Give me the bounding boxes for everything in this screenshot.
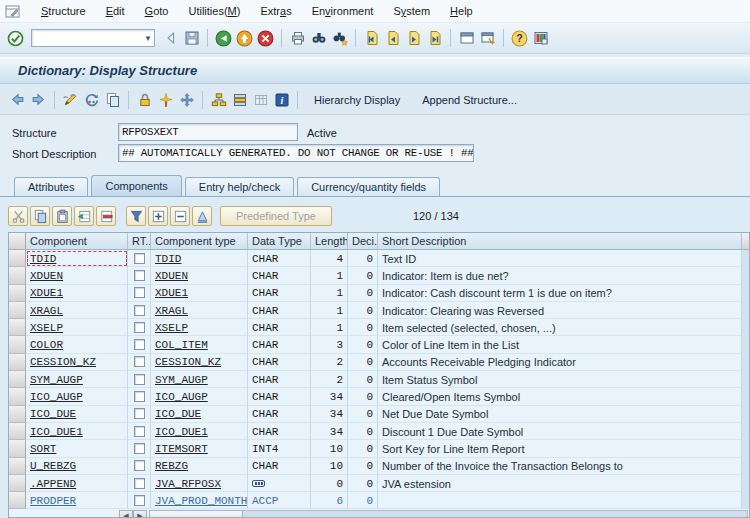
component-type-cell[interactable]: CESSION_KZ bbox=[151, 354, 248, 371]
row-selector[interactable] bbox=[9, 475, 26, 492]
row-type-checkbox[interactable] bbox=[134, 426, 145, 437]
append-structure-button[interactable]: Append Structure... bbox=[412, 91, 527, 109]
component-type-cell[interactable]: XDUEN bbox=[151, 267, 248, 284]
component-link[interactable]: ICO_DUE bbox=[30, 408, 76, 420]
row-type-cell[interactable] bbox=[128, 250, 151, 267]
row-type-cell[interactable] bbox=[128, 336, 151, 353]
back-arrow-icon[interactable] bbox=[8, 90, 27, 109]
row-type-cell[interactable] bbox=[128, 423, 151, 440]
component-cell[interactable]: XDUE1 bbox=[26, 285, 128, 302]
row-selector[interactable] bbox=[9, 440, 26, 457]
component-type-cell[interactable]: COL_ITEM bbox=[151, 336, 248, 353]
row-type-checkbox[interactable] bbox=[134, 287, 145, 298]
last-page-icon[interactable] bbox=[425, 29, 444, 48]
row-selector[interactable] bbox=[9, 492, 26, 509]
vertical-scrollbar-sliver[interactable] bbox=[742, 267, 750, 284]
component-cell[interactable]: SORT bbox=[26, 440, 128, 457]
component-link[interactable]: PRODPER bbox=[30, 495, 76, 507]
scrollbar-thumb[interactable] bbox=[149, 510, 243, 518]
expand-icon[interactable] bbox=[148, 206, 168, 226]
menu-extras[interactable]: Extras bbox=[250, 1, 301, 21]
component-link[interactable]: XDUE1 bbox=[30, 287, 63, 299]
component-type-link[interactable]: TDID bbox=[155, 253, 181, 265]
refresh-icon[interactable] bbox=[82, 90, 101, 109]
row-type-checkbox[interactable] bbox=[134, 374, 145, 385]
forward-arrow-icon[interactable] bbox=[29, 90, 48, 109]
vertical-scrollbar-sliver[interactable] bbox=[742, 302, 750, 319]
row-type-cell[interactable] bbox=[128, 285, 151, 302]
row-selector[interactable] bbox=[9, 336, 26, 353]
component-type-cell[interactable]: SYM_AUGP bbox=[151, 371, 248, 388]
component-type-cell[interactable]: JVA_RFPOSX bbox=[151, 475, 248, 492]
enter-icon[interactable] bbox=[6, 29, 25, 48]
scroll-up-icon[interactable] bbox=[742, 233, 750, 250]
menu-goto[interactable]: Goto bbox=[135, 1, 179, 21]
row-selector[interactable] bbox=[9, 250, 26, 267]
tab-attributes[interactable]: Attributes bbox=[14, 177, 88, 196]
print-icon[interactable] bbox=[288, 29, 307, 48]
row-type-checkbox[interactable] bbox=[134, 322, 145, 333]
component-cell[interactable]: U_REBZG bbox=[26, 458, 128, 475]
menu-utilities[interactable]: Utilities(M) bbox=[178, 1, 250, 21]
component-type-link[interactable]: SYM_AUGP bbox=[155, 374, 208, 386]
component-cell[interactable]: XRAGL bbox=[26, 302, 128, 319]
previous-page-icon[interactable] bbox=[383, 29, 402, 48]
row-type-checkbox[interactable] bbox=[134, 253, 145, 264]
col-header-component[interactable]: Component bbox=[26, 233, 128, 250]
row-type-checkbox[interactable] bbox=[134, 460, 145, 471]
row-selector[interactable] bbox=[9, 423, 26, 440]
tab-entry-help-check[interactable]: Entry help/check bbox=[185, 177, 294, 196]
component-cell[interactable]: XSELP bbox=[26, 319, 128, 336]
filter-icon[interactable] bbox=[126, 206, 146, 226]
hierarchy-display-button[interactable]: Hierarchy Display bbox=[304, 91, 410, 109]
vertical-scrollbar-sliver[interactable] bbox=[742, 388, 750, 405]
vertical-scrollbar-sliver[interactable] bbox=[742, 285, 750, 302]
customize-layout-icon[interactable] bbox=[531, 29, 550, 48]
vertical-scrollbar-sliver[interactable] bbox=[742, 492, 750, 509]
component-type-cell[interactable]: ICO_DUE bbox=[151, 406, 248, 423]
row-selector[interactable] bbox=[9, 371, 26, 388]
row-selector[interactable] bbox=[9, 267, 26, 284]
row-type-cell[interactable] bbox=[128, 475, 151, 492]
vertical-scrollbar-sliver[interactable] bbox=[742, 475, 750, 492]
vertical-scrollbar-sliver[interactable] bbox=[742, 423, 750, 440]
component-link[interactable]: COLOR bbox=[30, 339, 63, 351]
row-type-cell[interactable] bbox=[128, 440, 151, 457]
component-type-link[interactable]: CESSION_KZ bbox=[155, 356, 221, 368]
component-cell[interactable]: ICO_AUGP bbox=[26, 388, 128, 405]
component-link[interactable]: XRAGL bbox=[30, 305, 63, 317]
component-type-cell[interactable]: ICO_DUE1 bbox=[151, 423, 248, 440]
row-selector[interactable] bbox=[9, 458, 26, 475]
back-icon[interactable] bbox=[214, 29, 233, 48]
row-selector[interactable] bbox=[9, 319, 26, 336]
component-type-link[interactable]: ICO_AUGP bbox=[155, 391, 208, 403]
delete-row-icon[interactable] bbox=[96, 206, 116, 226]
row-type-checkbox[interactable] bbox=[134, 356, 145, 367]
structure-input[interactable]: RFPOSXEXT bbox=[118, 123, 298, 141]
menu-structure[interactable]: Structure bbox=[31, 1, 96, 21]
menu-system[interactable]: System bbox=[383, 1, 440, 21]
table-contents-icon[interactable] bbox=[251, 90, 270, 109]
lock-icon[interactable] bbox=[135, 90, 154, 109]
collapse-icon[interactable] bbox=[170, 206, 190, 226]
vertical-scrollbar-sliver[interactable] bbox=[742, 250, 750, 267]
component-type-cell[interactable]: ICO_AUGP bbox=[151, 388, 248, 405]
component-type-link[interactable]: COL_ITEM bbox=[155, 339, 208, 351]
menu-edit[interactable]: Edit bbox=[96, 1, 135, 21]
menu-environment[interactable]: Environment bbox=[302, 1, 384, 21]
component-type-cell[interactable]: REBZG bbox=[151, 458, 248, 475]
component-link[interactable]: XDUEN bbox=[30, 270, 63, 282]
tab-currency-quantity-fields[interactable]: Currency/quantity fields bbox=[297, 177, 440, 196]
col-header-data-type[interactable]: Data Type bbox=[248, 233, 311, 250]
vertical-scrollbar-sliver[interactable] bbox=[742, 458, 750, 475]
save-icon[interactable] bbox=[182, 29, 201, 48]
row-type-checkbox[interactable] bbox=[134, 408, 145, 419]
component-type-link[interactable]: ICO_DUE bbox=[155, 408, 201, 420]
component-type-cell[interactable]: JVA_PROD_MONTH bbox=[151, 492, 248, 509]
activate-icon[interactable] bbox=[156, 90, 175, 109]
component-link[interactable]: U_REBZG bbox=[30, 460, 76, 472]
scroll-right-icon[interactable]: ▶ bbox=[133, 510, 147, 518]
component-link[interactable]: SORT bbox=[30, 443, 56, 455]
runtime-object-icon[interactable] bbox=[230, 90, 249, 109]
component-type-cell[interactable]: XRAGL bbox=[151, 302, 248, 319]
